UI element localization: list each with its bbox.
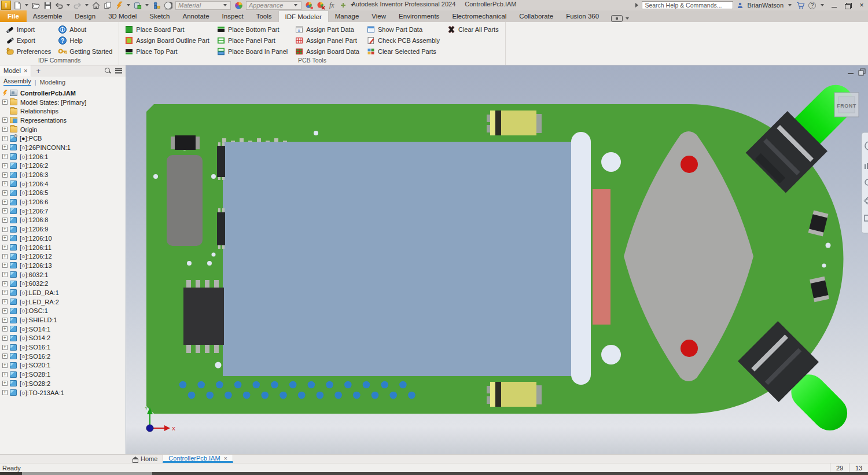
tree-item-1206-9[interactable]: +[○]:1206:9 — [0, 224, 126, 234]
ic-so14-2[interactable] — [217, 208, 225, 249]
ic-so20[interactable] — [183, 280, 224, 353]
expand-icon[interactable]: + — [2, 145, 8, 150]
ribbon-button-check-pcb-assembly[interactable]: Check PCB Assembly — [363, 35, 444, 46]
expand-icon[interactable]: + — [2, 235, 8, 241]
ribbon-button-assign-panel-part[interactable]: Assign Panel Part — [292, 35, 363, 46]
open-file-icon[interactable] — [31, 1, 41, 10]
color-wheel-icon[interactable] — [233, 1, 244, 10]
capacitor-6032-top[interactable] — [487, 111, 542, 135]
expand-icon[interactable]: + — [2, 263, 8, 268]
ribbon-button-preferences[interactable]: Preferences — [2, 46, 55, 57]
ribbon-tab-file[interactable]: File — [0, 10, 27, 22]
tree-item-controllerpcb-iam[interactable]: ControllerPcb.IAM — [0, 89, 126, 98]
tree-item-so14-1[interactable]: +[○]:SO14:1 — [0, 325, 126, 334]
restore-button[interactable] — [843, 1, 853, 9]
fx-parameters-button[interactable]: fx — [327, 1, 337, 10]
tree-item-1206-2[interactable]: +[○]:1206:2 — [0, 161, 126, 171]
tree-item-1206-6[interactable]: +[○]:1206:6 — [0, 197, 126, 207]
expand-icon[interactable]: + — [2, 299, 8, 304]
ribbon-button-clear-selected-parts[interactable]: Clear Selected Parts — [363, 46, 444, 57]
browser-tab-close-icon[interactable]: × — [24, 67, 27, 74]
ribbon-button-assign-board-data[interactable]: Assign Board Data — [292, 46, 363, 57]
ribbon-button-assign-part-data[interactable]: uAssign Part Data — [292, 24, 363, 35]
expand-icon[interactable]: + — [2, 308, 8, 314]
measure-icon[interactable] — [151, 1, 161, 10]
tree-item-1206-5[interactable]: +[○]:1206:5 — [0, 189, 126, 198]
tree-item-1206-7[interactable]: +[○]:1206:7 — [0, 207, 126, 216]
ic-so14-1[interactable] — [217, 142, 225, 180]
tree-item-6032-1[interactable]: +[○]:6032:1 — [0, 270, 126, 279]
tree-item-so28-2[interactable]: +[○]:SO28:2 — [0, 379, 126, 388]
document-tab-close-icon[interactable]: × — [224, 455, 227, 462]
expand-icon[interactable]: + — [2, 372, 8, 377]
expand-icon[interactable]: + — [2, 190, 8, 196]
tree-item-1206-4[interactable]: +[○]:1206:4 — [0, 179, 126, 189]
tree-item-led-ra-2[interactable]: +[○]:LED_RA:2 — [0, 297, 126, 307]
osc-part[interactable] — [167, 155, 203, 246]
help-search-input[interactable] — [642, 1, 733, 9]
ribbon-tab-environments[interactable]: Environments — [392, 10, 446, 22]
ribbon-tab-inspect[interactable]: Inspect — [216, 10, 250, 22]
white-slot-bar[interactable] — [571, 132, 591, 385]
expand-icon[interactable]: + — [2, 127, 8, 132]
expand-icon[interactable]: + — [2, 354, 8, 359]
ribbon-tab-assemble[interactable]: Assemble — [27, 10, 69, 22]
inventor-logo-icon[interactable]: I — [1, 1, 11, 10]
expand-icon[interactable]: + — [2, 318, 8, 323]
ribbon-button-show-part-data[interactable]: Show Part Data — [363, 24, 444, 35]
ribbon-button-place-board-part[interactable]: Place Board Part — [122, 24, 214, 35]
tree-item-led-ra-1[interactable]: +[○]:LED_RA:1 — [0, 288, 126, 297]
ribbon-tab-annotate[interactable]: Annotate — [176, 10, 216, 22]
tree-item-1206-3[interactable]: +[○]:1206:3 — [0, 170, 126, 179]
ribbon-button-export[interactable]: Export — [2, 35, 55, 46]
expand-icon[interactable]: + — [2, 272, 8, 277]
tree-item-so20-1[interactable]: +[○]:SO20:1 — [0, 361, 126, 370]
expand-icon[interactable]: + — [2, 154, 8, 159]
ribbon-button-place-board-in-panel[interactable]: Place Board In Panel — [214, 46, 292, 57]
browser-add-tab-button[interactable]: + — [31, 67, 45, 75]
ribbon-button-getting-started[interactable]: Getting Started — [55, 46, 116, 57]
ribbon-tab-electromechanical[interactable]: Electromechanical — [446, 10, 513, 22]
mount-hole-bottom[interactable] — [681, 340, 698, 357]
mode-tab-assembly[interactable]: Assembly — [3, 78, 31, 86]
ribbon-button-place-top-part[interactable]: Place Top Part — [122, 46, 214, 57]
isolate-icon[interactable] — [102, 1, 113, 10]
tree-item-1206-11[interactable]: +[○]:1206:11 — [0, 243, 126, 252]
tree-item-1206-8[interactable]: +[○]:1206:8 — [0, 216, 126, 225]
adjust-appearance-icon[interactable] — [304, 1, 314, 10]
browser-search-icon[interactable] — [105, 68, 111, 73]
qat-customize-dropdown[interactable] — [351, 4, 354, 6]
expand-icon[interactable]: + — [2, 254, 8, 259]
ribbon-tab-collaborate[interactable]: Collaborate — [513, 10, 560, 22]
tree-item-6032-2[interactable]: +[○]:6032:2 — [0, 279, 126, 288]
user-dropdown[interactable] — [788, 4, 792, 6]
tree-item-pcb[interactable]: +[●]:PCB — [0, 134, 126, 143]
ribbon-tab-fusion-360[interactable]: Fusion 360 — [560, 10, 605, 22]
home-tab[interactable]: Home — [127, 455, 163, 463]
tree-item-1206-10[interactable]: +[○]:1206:10 — [0, 234, 126, 243]
tree-item-so14-2[interactable]: +[○]:SO14:2 — [0, 334, 126, 343]
tree-item-1206-1[interactable]: +[○]:1206:1 — [0, 152, 126, 161]
expand-icon[interactable]: + — [2, 290, 8, 295]
expand-icon[interactable]: + — [2, 100, 8, 105]
ilogic-bolt-icon[interactable] — [114, 1, 124, 10]
expand-icon[interactable]: + — [2, 227, 8, 232]
appearance-combo[interactable]: Appearance — [246, 1, 301, 10]
chip-1206-left[interactable] — [171, 135, 200, 150]
expand-icon[interactable]: + — [2, 117, 8, 123]
undo-dropdown[interactable] — [67, 4, 70, 6]
expand-icon[interactable]: + — [2, 326, 8, 332]
tree-item-relationships[interactable]: +Relationships — [0, 106, 126, 116]
minimize-button[interactable] — [829, 1, 839, 9]
navigation-bar[interactable] — [862, 132, 868, 233]
search-expand-chevron[interactable] — [635, 3, 638, 8]
expand-icon[interactable]: + — [2, 163, 8, 168]
expand-icon[interactable]: + — [2, 245, 8, 250]
redo-icon[interactable] — [72, 1, 83, 10]
white-hole-top[interactable] — [601, 152, 621, 172]
browser-tab-model[interactable]: Model × — [0, 65, 31, 76]
ribbon-button-clear-all-parts[interactable]: Clear All Parts — [444, 24, 503, 35]
add-qat-icon[interactable] — [338, 1, 348, 10]
tree-item-so16-1[interactable]: +[○]:SO16:1 — [0, 343, 126, 352]
emi-shield[interactable] — [223, 142, 573, 376]
